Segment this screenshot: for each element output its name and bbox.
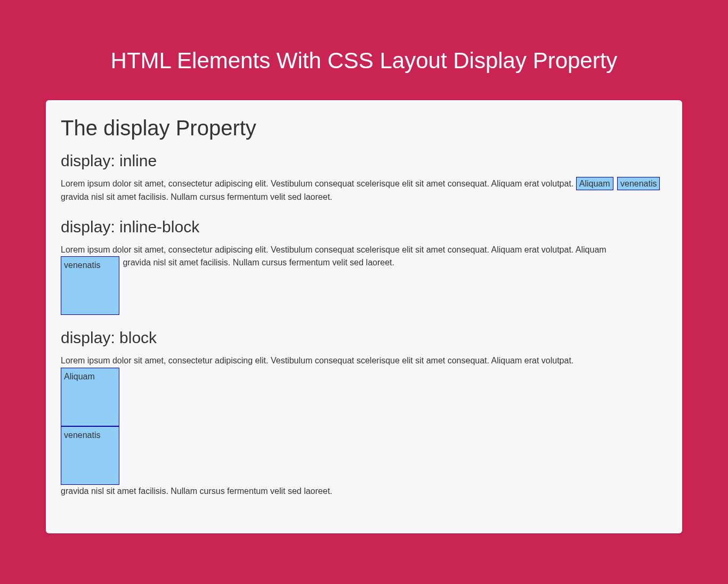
section-inline-block-paragraph: Lorem ipsum dolor sit amet, consectetur … [61,244,667,315]
inline-box-1: Aliquam [576,177,613,190]
block-box-2: venenatis [61,426,119,485]
inline-block-text-before: Lorem ipsum dolor sit amet, consectetur … [61,245,606,254]
section-inline-block: display: inline-block Lorem ipsum dolor … [61,218,667,315]
inline-block-text-after: gravida nisl sit amet facilisis. Nullam … [123,258,394,267]
page-title: HTML Elements With CSS Layout Display Pr… [0,0,728,100]
section-block-paragraph: Lorem ipsum dolor sit amet, consectetur … [61,354,667,498]
section-inline-heading: display: inline [61,152,667,170]
content-card: The display Property display: inline Lor… [46,100,682,533]
section-block-heading: display: block [61,329,667,347]
section-block: display: block Lorem ipsum dolor sit ame… [61,329,667,498]
block-text-after: gravida nisl sit amet facilisis. Nullam … [61,486,333,496]
card-heading: The display Property [61,116,667,140]
inline-block-box-1: venenatis [61,256,119,315]
inline-box-2: venenatis [617,177,660,190]
section-inline: display: inline Lorem ipsum dolor sit am… [61,152,667,204]
block-text-before: Lorem ipsum dolor sit amet, consectetur … [61,356,573,365]
inline-text-after: gravida nisl sit amet facilisis. Nullam … [61,192,333,201]
section-inline-block-heading: display: inline-block [61,218,667,236]
section-inline-paragraph: Lorem ipsum dolor sit amet, consectetur … [61,177,667,204]
inline-text-before: Lorem ipsum dolor sit amet, consectetur … [61,179,576,188]
block-box-1: Aliquam [61,368,119,426]
